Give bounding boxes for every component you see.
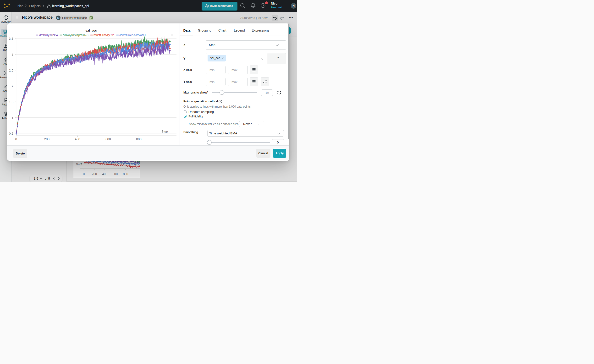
svg-text:600: 600 — [105, 137, 111, 141]
svg-text:2: 2 — [12, 84, 14, 88]
svg-text:200: 200 — [44, 137, 49, 141]
svg-text:3.5: 3.5 — [9, 37, 14, 40]
svg-text:2.5: 2.5 — [9, 69, 14, 72]
svg-text:clairvoyant-chipmunk-3: clairvoyant-chipmunk-3 — [63, 34, 88, 37]
svg-text:adventurous-aardvark-1: adventurous-aardvark-1 — [119, 34, 146, 37]
svg-text:400: 400 — [75, 137, 80, 141]
svg-text:val_acc: val_acc — [85, 29, 97, 32]
svg-text:bountiful-badger-2: bountiful-badger-2 — [94, 34, 114, 37]
svg-text:Step: Step — [162, 130, 168, 133]
svg-text:3: 3 — [12, 53, 14, 56]
svg-text:800: 800 — [136, 137, 142, 141]
svg-text:dastardly-duck-4: dastardly-duck-4 — [39, 34, 58, 37]
svg-text:1.5: 1.5 — [9, 100, 14, 104]
svg-text:1: 1 — [12, 116, 14, 120]
svg-text:0.5: 0.5 — [9, 132, 14, 135]
svg-text:0: 0 — [15, 137, 17, 141]
